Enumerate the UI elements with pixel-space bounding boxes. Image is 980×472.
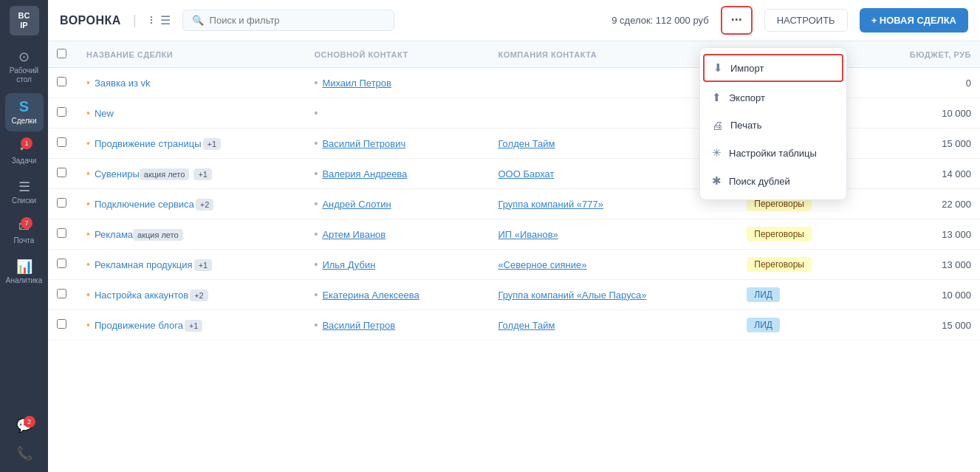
table-row: •Рекламаакция лето •Артем Иванов ИП «Ива…: [48, 219, 980, 250]
dropdown-item-export[interactable]: ⬆Экспорт: [700, 83, 846, 112]
deal-name-link[interactable]: Рекламная продукция: [95, 259, 193, 270]
new-deal-button[interactable]: + НОВАЯ СДЕЛКА: [860, 8, 968, 33]
row-checkbox[interactable]: [57, 259, 66, 268]
deal-dot: •: [86, 107, 90, 119]
logo: BCIP: [10, 6, 39, 35]
row-checkbox[interactable]: [57, 77, 66, 86]
contact-link[interactable]: Михаил Петров: [322, 78, 391, 89]
header: ВОРОНКА | ⫶ ☰ 🔍 9 сделок: 112 000 руб ··…: [48, 0, 980, 41]
more-options-button[interactable]: ···: [721, 6, 753, 35]
stage-badge: ЛИД: [747, 287, 780, 302]
company-link[interactable]: Голден Тайм: [498, 138, 555, 149]
sidebar-label-mail: Почта: [14, 236, 35, 245]
chart-icon[interactable]: ⫶: [148, 13, 154, 27]
col-name: НАЗВАНИЕ СДЕЛКИ: [78, 41, 305, 68]
deal-name-cell: •Продвижение страницы+1: [78, 129, 305, 159]
select-all-col: [48, 41, 78, 68]
stage-cell: Переговоры: [738, 219, 861, 250]
budget-cell: 10 000: [861, 280, 980, 310]
contact-cell: •Артем Иванов: [305, 219, 489, 250]
deal-name-link[interactable]: Заявка из vk: [95, 78, 151, 89]
dropdown-item-import[interactable]: ⬇Импорт: [703, 54, 843, 82]
deal-dot: •: [86, 168, 90, 179]
row-checkbox[interactable]: [57, 228, 66, 238]
row-checkbox-cell: [48, 189, 78, 219]
deal-name-cell: •Настройка аккаунтов+2: [78, 280, 305, 310]
plus-tag: +2: [190, 290, 208, 301]
company-cell: ИП «Иванов»: [489, 219, 738, 250]
tasks-icon-wrapper: ✓ 1: [18, 140, 30, 154]
sidebar-item-mail[interactable]: ✉ 7 Почта: [5, 214, 44, 251]
deal-name-cell: •Продвижение блога+1: [78, 310, 305, 341]
deal-dot: •: [86, 137, 90, 149]
row-checkbox[interactable]: [57, 319, 66, 329]
sidebar-item-lists[interactable]: ☰ Списки: [5, 174, 44, 211]
deal-name-link[interactable]: New: [95, 108, 114, 119]
company-link[interactable]: ООО Бархат: [498, 168, 554, 179]
company-link[interactable]: Группа компаний «Алые Паруса»: [498, 290, 646, 301]
contact-link[interactable]: Андрей Слотин: [322, 199, 391, 210]
contact-link[interactable]: Артем Иванов: [322, 229, 386, 240]
budget-cell: 13 000: [861, 219, 980, 250]
deal-name-link[interactable]: Настройка аккаунтов: [95, 290, 188, 301]
search-box[interactable]: 🔍: [182, 10, 395, 31]
sidebar-item-phone[interactable]: 📞: [5, 441, 44, 466]
dropdown-item-find_duplicates[interactable]: ✱Поиск дублей: [700, 167, 846, 195]
menu-icon[interactable]: ☰: [160, 13, 171, 27]
sidebar-item-dashboard[interactable]: ⊙ Рабочий стол: [5, 44, 44, 90]
row-checkbox[interactable]: [57, 198, 66, 208]
contact-dot: •: [314, 137, 318, 149]
contact-dot: •: [314, 77, 318, 89]
sidebar-item-analytics[interactable]: 📊 Аналитика: [5, 254, 44, 291]
search-input[interactable]: [210, 15, 386, 26]
sidebar-label-lists: Списки: [12, 196, 36, 205]
deals-count: 9 сделок: 112 000 руб: [611, 15, 708, 26]
settings-button[interactable]: НАСТРОИТЬ: [764, 9, 848, 32]
dashboard-icon: ⊙: [18, 50, 30, 64]
contact-link[interactable]: Василий Петров: [322, 320, 395, 331]
deal-name-link[interactable]: Сувениры: [95, 168, 140, 179]
row-checkbox[interactable]: [57, 289, 66, 298]
company-link[interactable]: Группа компаний «777»: [498, 199, 603, 210]
phone-icon: 📞: [16, 447, 32, 460]
sidebar-item-chat[interactable]: 💬 2: [5, 413, 44, 438]
company-link[interactable]: ИП «Иванов»: [498, 229, 558, 240]
sidebar-item-deals[interactable]: S Сделки: [5, 93, 44, 131]
logo-text: BCIP: [18, 11, 30, 30]
contact-dot: •: [314, 289, 318, 301]
deal-name-link[interactable]: Продвижение блога: [95, 320, 183, 331]
deal-name-link[interactable]: Продвижение страницы: [95, 138, 202, 149]
row-checkbox-cell: [48, 98, 78, 129]
sidebar-item-tasks[interactable]: ✓ 1 Задачи: [5, 134, 44, 171]
contact-cell: •Василий Петрович: [305, 129, 489, 159]
col-contact: ОСНОВНОЙ КОНТАКТ: [305, 41, 489, 68]
deal-name-link[interactable]: Подключение сервиса: [95, 199, 194, 210]
company-link[interactable]: «Северное сияние»: [498, 259, 586, 270]
header-icons: ⫶ ☰: [148, 13, 171, 27]
deal-name-link[interactable]: Реклама: [95, 229, 133, 240]
dropdown-menu: ⬇Импорт⬆Экспорт🖨Печать✳Настройки таблицы…: [699, 47, 847, 200]
contact-link[interactable]: Екатерина Алексеева: [322, 290, 419, 301]
analytics-icon: 📊: [16, 260, 32, 273]
stage-cell: Переговоры: [738, 250, 861, 280]
row-checkbox[interactable]: [57, 137, 66, 147]
contact-link[interactable]: Илья Дубин: [322, 259, 375, 270]
lists-icon: ☰: [18, 180, 30, 194]
contact-link[interactable]: Валерия Андреева: [322, 168, 407, 179]
header-separator: |: [133, 13, 137, 28]
plus-tag: +1: [194, 259, 213, 271]
row-checkbox[interactable]: [57, 168, 66, 177]
deal-name-cell: •Рекламаакция лето: [78, 219, 305, 250]
dropdown-item-print[interactable]: 🖨Печать: [700, 112, 846, 139]
company-link[interactable]: Голден Тайм: [498, 320, 555, 331]
row-checkbox[interactable]: [57, 107, 66, 117]
import-label: Импорт: [730, 63, 764, 74]
budget-cell: 15 000: [861, 310, 980, 341]
select-all-checkbox[interactable]: [57, 49, 66, 58]
deal-dot: •: [86, 319, 90, 331]
sidebar-bottom: 💬 2 📞: [5, 413, 44, 466]
find_duplicates-icon: ✱: [712, 174, 722, 188]
budget-cell: 22 000: [861, 189, 980, 219]
dropdown-item-table_settings[interactable]: ✳Настройки таблицы: [700, 139, 846, 167]
contact-link[interactable]: Василий Петрович: [322, 138, 405, 149]
